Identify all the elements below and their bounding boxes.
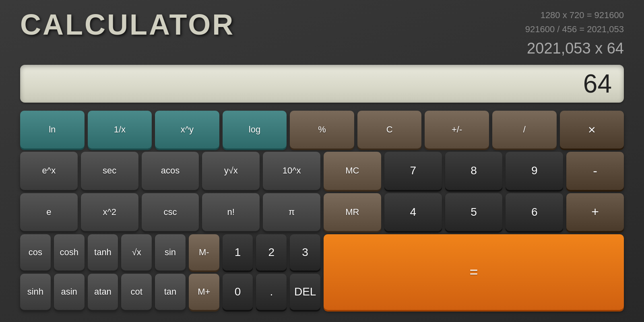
btn-factorial[interactable]: n! [202,193,260,231]
btn-0[interactable]: 0 [223,274,253,310]
btn-ln[interactable]: ln [20,111,85,149]
btn-sinh[interactable]: sinh [20,274,51,310]
btn-mr[interactable]: MR [324,193,381,231]
rows-4-5-wrapper: cos cosh tanh √x sin M- 1 2 3 sinh asin … [20,234,624,310]
btn-xsq[interactable]: x^2 [81,193,138,231]
btn-cosh[interactable]: cosh [54,234,85,270]
btn-3[interactable]: 3 [290,234,320,270]
button-row-5: sinh asin atan cot tan M+ 0 . DEL [20,274,320,310]
btn-inv[interactable]: 1/x [88,111,152,149]
btn-tan[interactable]: tan [155,274,186,310]
history-line1: 1280 x 720 = 921600 [525,8,624,22]
btn-7[interactable]: 7 [384,152,442,190]
btn-plus[interactable]: + [566,193,624,231]
display-value: 64 [583,69,612,99]
btn-percent[interactable]: % [290,111,354,149]
app-container: CALCULATOR 1280 x 720 = 921600 921600 / … [0,0,644,322]
btn-asin[interactable]: asin [54,274,85,310]
button-row-4: cos cosh tanh √x sin M- 1 2 3 [20,234,320,270]
btn-pi[interactable]: π [263,193,320,231]
btn-plusminus[interactable]: +/- [425,111,489,149]
btn-equals[interactable]: = [324,234,624,310]
btn-xpowy[interactable]: x^y [155,111,219,149]
btn-log[interactable]: log [223,111,287,149]
buttons-grid: ln 1/x x^y log % C +/- / × e^x sec acos … [20,111,624,310]
btn-minus[interactable]: - [566,152,624,190]
btn-2[interactable]: 2 [256,234,287,270]
btn-1[interactable]: 1 [223,234,253,270]
btn-acos[interactable]: acos [142,152,199,190]
btn-clear[interactable]: C [357,111,422,149]
btn-yrootx[interactable]: y√x [202,152,260,190]
btn-mc[interactable]: MC [324,152,381,190]
btn-mplus[interactable]: M+ [189,274,219,310]
btn-csc[interactable]: csc [142,193,199,231]
btn-sec[interactable]: sec [81,152,138,190]
app-title: CALCULATOR [20,8,235,41]
btn-e[interactable]: e [20,193,78,231]
button-row-3: e x^2 csc n! π MR 4 5 6 + [20,193,624,231]
header-row: CALCULATOR 1280 x 720 = 921600 921600 / … [20,8,624,61]
btn-del[interactable]: DEL [290,274,320,310]
btn-sqrt[interactable]: √x [121,234,152,270]
display-bar: 64 [20,65,624,103]
button-row-1: ln 1/x x^y log % C +/- / × [20,111,624,149]
btn-dot[interactable]: . [256,274,287,310]
btn-8[interactable]: 8 [445,152,503,190]
btn-4[interactable]: 4 [384,193,442,231]
button-row-2: e^x sec acos y√x 10^x MC 7 8 9 - [20,152,624,190]
btn-tanh[interactable]: tanh [88,234,118,270]
btn-cos[interactable]: cos [20,234,51,270]
btn-epowx[interactable]: e^x [20,152,78,190]
btn-mminus[interactable]: M- [189,234,219,270]
btn-6[interactable]: 6 [506,193,563,231]
btn-cot[interactable]: cot [121,274,152,310]
history-line3: 2021,053 x 64 [525,36,624,61]
btn-9[interactable]: 9 [506,152,563,190]
btn-sin[interactable]: sin [155,234,186,270]
btn-multiply[interactable]: × [560,111,624,149]
history-display: 1280 x 720 = 921600 921600 / 456 = 2021,… [525,8,624,61]
btn-5[interactable]: 5 [445,193,503,231]
btn-divide[interactable]: / [492,111,557,149]
history-line2: 921600 / 456 = 2021,053 [525,22,624,36]
btn-10powx[interactable]: 10^x [263,152,320,190]
btn-atan[interactable]: atan [88,274,118,310]
